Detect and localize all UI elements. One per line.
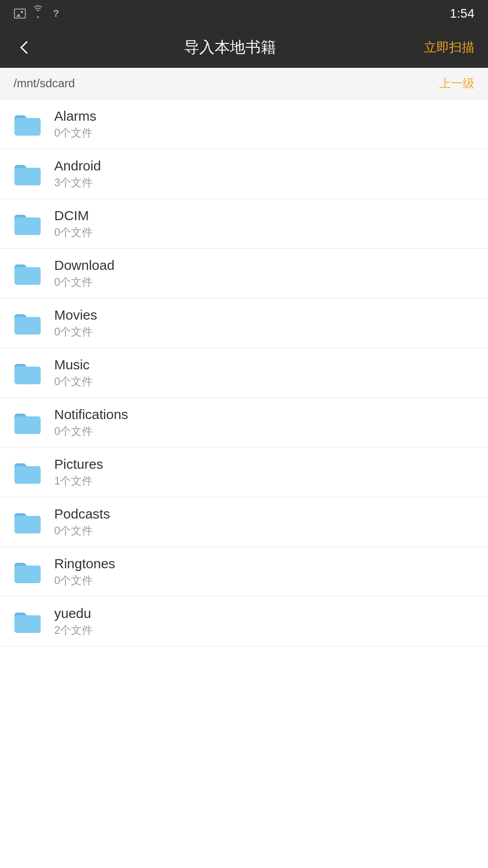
list-item[interactable]: Android 3个文件 [0, 149, 488, 199]
back-arrow-icon [20, 41, 33, 54]
list-item[interactable]: Notifications 0个文件 [0, 398, 488, 448]
back-button[interactable] [14, 36, 36, 59]
folder-icon [14, 161, 42, 186]
status-time: 1:54 [450, 6, 475, 21]
up-level-button[interactable]: 上一级 [439, 75, 474, 91]
list-item[interactable]: Pictures 1个文件 [0, 448, 488, 497]
list-item[interactable]: Alarms 0个文件 [0, 99, 488, 149]
list-item[interactable]: Music 0个文件 [0, 348, 488, 398]
folder-icon [14, 360, 42, 385]
wifi-icon [32, 7, 44, 20]
file-info: yuedu 2个文件 [54, 606, 93, 637]
file-count: 0个文件 [54, 524, 110, 538]
file-count: 0个文件 [54, 573, 115, 588]
list-item[interactable]: DCIM 0个文件 [0, 199, 488, 249]
file-info: Ringtones 0个文件 [54, 556, 115, 588]
file-info: Movies 0个文件 [54, 307, 97, 339]
folder-icon [14, 460, 42, 485]
file-info: Pictures 1个文件 [54, 457, 103, 488]
file-info: DCIM 0个文件 [54, 208, 93, 240]
folder-icon [14, 261, 42, 286]
file-info: Download 0个文件 [54, 258, 114, 289]
file-count: 3个文件 [54, 175, 101, 190]
folder-icon [14, 559, 42, 584]
list-item[interactable]: Download 0个文件 [0, 249, 488, 298]
file-name: Pictures [54, 457, 103, 472]
file-count: 1个文件 [54, 474, 103, 488]
image-icon [14, 7, 26, 20]
list-item[interactable]: Ringtones 0个文件 [0, 547, 488, 597]
scan-button[interactable]: 立即扫描 [424, 39, 474, 56]
file-name: Music [54, 357, 93, 373]
folder-icon [14, 311, 42, 335]
list-item[interactable]: Podcasts 0个文件 [0, 497, 488, 547]
file-name: Ringtones [54, 556, 115, 571]
folder-icon [14, 410, 42, 435]
status-icons: ? [14, 7, 62, 20]
file-count: 0个文件 [54, 325, 97, 339]
file-info: Music 0个文件 [54, 357, 93, 389]
file-info: Android 3个文件 [54, 158, 101, 190]
status-bar: ? 1:54 [0, 0, 488, 27]
file-name: Notifications [54, 407, 128, 422]
question-icon: ? [50, 7, 62, 20]
file-name: Podcasts [54, 506, 110, 522]
folder-icon [14, 211, 42, 236]
folder-icon [14, 509, 42, 534]
file-list: Alarms 0个文件 Android 3个文件 [0, 99, 488, 646]
file-info: Podcasts 0个文件 [54, 506, 110, 538]
path-bar: /mnt/sdcard 上一级 [0, 68, 488, 99]
list-item[interactable]: Movies 0个文件 [0, 298, 488, 348]
folder-icon [14, 112, 42, 137]
file-count: 2个文件 [54, 623, 93, 637]
file-count: 0个文件 [54, 424, 128, 439]
file-name: DCIM [54, 208, 93, 223]
file-count: 0个文件 [54, 374, 93, 389]
list-item[interactable]: yuedu 2个文件 [0, 597, 488, 646]
current-path: /mnt/sdcard [14, 76, 75, 90]
file-name: Android [54, 158, 101, 174]
file-name: Movies [54, 307, 97, 323]
file-info: Alarms 0个文件 [54, 108, 96, 140]
folder-icon [14, 609, 42, 634]
file-name: Alarms [54, 108, 96, 124]
file-info: Notifications 0个文件 [54, 407, 128, 439]
file-count: 0个文件 [54, 225, 93, 240]
file-count: 0个文件 [54, 126, 96, 140]
file-name: Download [54, 258, 114, 273]
toolbar: 导入本地书籍 立即扫描 [0, 27, 488, 68]
file-name: yuedu [54, 606, 93, 621]
page-title: 导入本地书籍 [36, 37, 424, 58]
file-count: 0个文件 [54, 275, 114, 289]
